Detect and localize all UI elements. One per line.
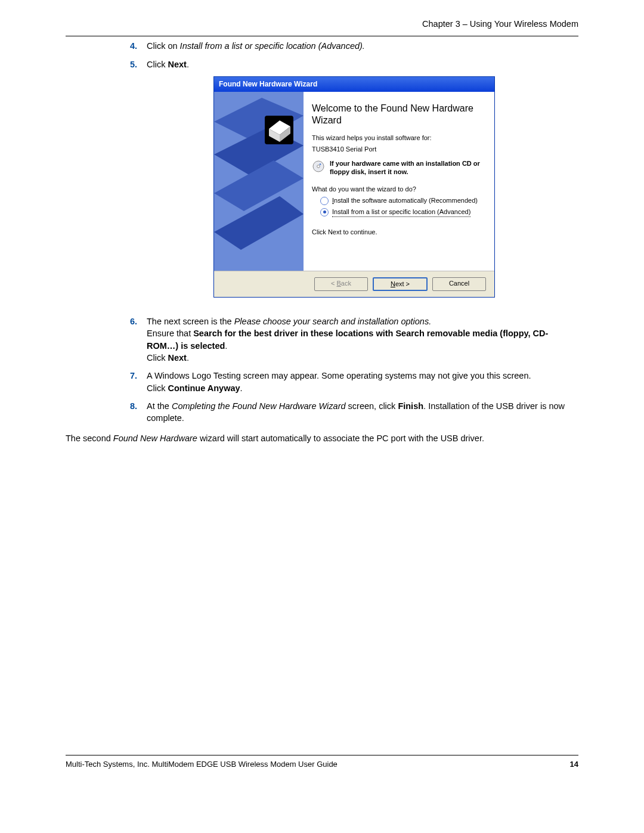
step-number: 5.	[130, 58, 147, 70]
chapter-title: Chapter 3 – Using Your Wireless Modem	[422, 19, 578, 29]
footer-left: Multi-Tech Systems, Inc. MultiModem EDGE…	[66, 759, 338, 770]
wizard-helps: This wizard helps you install software f…	[312, 134, 485, 143]
next-button[interactable]: Next >	[373, 277, 428, 291]
radio-install-list[interactable]: Install from a list or specific location…	[320, 208, 485, 217]
wizard-banner-image	[214, 92, 304, 271]
radio-auto-label: nstall the software automatically (Recom…	[334, 197, 478, 204]
step5-bold: Next	[168, 60, 186, 69]
step-number: 8.	[130, 400, 147, 425]
step-number: 4.	[130, 40, 147, 52]
step-5: 5. Click Next.	[130, 58, 578, 70]
cd-icon	[312, 160, 325, 173]
svg-point-10	[317, 165, 320, 168]
radio-icon	[320, 197, 329, 205]
wizard-continue: Click Next to continue.	[312, 228, 485, 237]
wizard-question: What do you want the wizard to do?	[312, 185, 485, 194]
step5-post: .	[187, 60, 189, 69]
svg-point-11	[320, 164, 321, 166]
page-header: Chapter 3 – Using Your Wireless Modem	[66, 18, 578, 30]
hardware-wizard-dialog: Found New Hardware Wizard	[213, 76, 495, 298]
step4-pre: Click on	[147, 41, 180, 51]
step4-italic: Install from a list or specific location…	[180, 41, 365, 51]
cancel-button[interactable]: Cancel	[432, 277, 486, 291]
wizard-device: TUSB3410 Serial Port	[312, 145, 485, 154]
radio-icon	[320, 208, 329, 216]
back-button[interactable]: < Back	[314, 277, 368, 291]
step-6: 6. The next screen is the Please choose …	[130, 315, 578, 364]
wizard-cd-hint: If your hardware came with an installati…	[330, 160, 485, 176]
step-number: 6.	[130, 315, 147, 364]
closing-paragraph: The second Found New Hardware wizard wil…	[66, 432, 578, 444]
page-number: 14	[570, 759, 578, 770]
wizard-heading: Welcome to the Found New Hardware Wizard	[312, 103, 485, 126]
wizard-titlebar: Found New Hardware Wizard	[214, 77, 494, 92]
step-8: 8. At the Completing the Found New Hardw…	[130, 400, 578, 425]
step-4: 4. Click on Install from a list or speci…	[130, 40, 578, 52]
step-7: 7. A Windows Logo Testing screen may app…	[130, 370, 578, 394]
radio-list-label: Install from a list or specific location…	[332, 208, 470, 217]
page-footer: Multi-Tech Systems, Inc. MultiModem EDGE…	[66, 755, 578, 770]
radio-install-auto[interactable]: Install the software automatically (Reco…	[320, 196, 485, 205]
step5-pre: Click	[147, 60, 168, 69]
step-number: 7.	[130, 370, 147, 394]
